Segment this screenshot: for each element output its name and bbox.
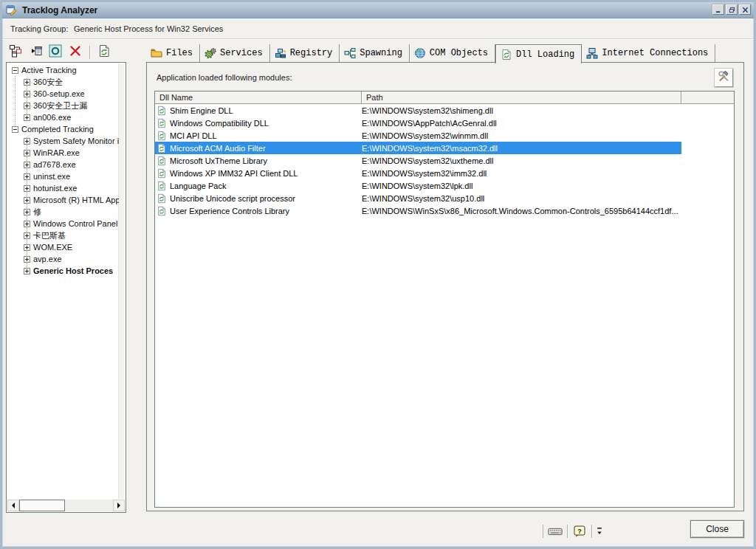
- window-title: Tracklog Analyzer: [22, 5, 97, 15]
- add-tracking-button[interactable]: [27, 44, 44, 61]
- tracking-group-value: Generic Host Process for Win32 Services: [74, 24, 223, 33]
- tree-node-winrar-exe[interactable]: WinRAR.exe: [7, 147, 119, 159]
- tree-vertical-scrollbar[interactable]: [118, 63, 125, 499]
- tree-node-360-setup-exe[interactable]: 360-setup.exe: [7, 88, 119, 100]
- delete-tracking-button[interactable]: [67, 44, 83, 61]
- keyboard-button[interactable]: [546, 523, 564, 539]
- refresh-button[interactable]: [96, 44, 112, 61]
- tab-dll-loading[interactable]: Dll Loading: [495, 44, 582, 63]
- expand-icon[interactable]: [24, 114, 30, 121]
- expand-icon[interactable]: [24, 256, 30, 263]
- tree-node-label: uninst.exe: [33, 172, 70, 181]
- tree-node-label: System Safety Monitor in: [33, 137, 119, 145]
- tree-node-uninst-exe[interactable]: uninst.exe: [7, 170, 119, 182]
- expand-icon[interactable]: [24, 103, 30, 109]
- column-header-empty[interactable]: [681, 92, 734, 103]
- spawning-icon: [344, 47, 356, 59]
- scrollbar-track[interactable]: [65, 500, 113, 511]
- dll-row-user-experience-controls-library[interactable]: User Experience Controls LibraryE:\WINDO…: [155, 204, 734, 217]
- dll-file-icon: [157, 131, 167, 141]
- dll-row-language-pack[interactable]: Language PackE:\WINDOWS\system32\lpk.dll: [155, 179, 734, 192]
- tab-strip: FilesServicesRegistrySpawningCOM Objects…: [146, 44, 715, 62]
- tree-node-wom-exe[interactable]: WOM.EXE: [7, 241, 119, 253]
- expand-icon[interactable]: [24, 268, 30, 274]
- tree-node-label: hotunist.exe: [33, 184, 77, 193]
- dll-row-cells: Microsoft ACM Audio FilterE:\WINDOWS\sys…: [155, 142, 681, 154]
- scroll-left-button[interactable]: [7, 500, 19, 511]
- more-options-button[interactable]: [595, 523, 604, 539]
- dll-file-icon: [157, 156, 167, 166]
- minimize-button[interactable]: [712, 4, 724, 15]
- tree-node-修[interactable]: 修: [7, 206, 119, 218]
- tree-node-system-safety-monitor-in[interactable]: System Safety Monitor in: [7, 135, 119, 147]
- dll-row-uniscribe-unicode-script-processor[interactable]: Uniscribe Unicode script processorE:\WIN…: [155, 192, 734, 204]
- tab-internet-connections[interactable]: Internet Connections: [582, 44, 715, 62]
- stop-tracking-button[interactable]: [47, 44, 63, 61]
- tree-node-hotunist-exe[interactable]: hotunist.exe: [7, 182, 119, 194]
- tree-node-generic-host-proces[interactable]: Generic Host Proces: [7, 265, 119, 277]
- dll-file-icon: [157, 193, 167, 204]
- tab-label: Spawning: [360, 48, 402, 58]
- expand-icon[interactable]: [24, 173, 30, 180]
- tab-com-objects[interactable]: COM Objects: [410, 44, 495, 62]
- tree-node-an006-exe[interactable]: an006.exe: [7, 111, 119, 123]
- expand-icon[interactable]: [24, 79, 30, 86]
- show-tree-button[interactable]: [7, 44, 24, 61]
- help-button[interactable]: ?: [571, 523, 588, 539]
- tree-node-microsoft-r-html-app[interactable]: Microsoft (R) HTML App: [7, 194, 119, 206]
- tree-node-360安全卫士漏[interactable]: 360安全卫士漏: [7, 100, 119, 111]
- dll-name-text: Windows XP IMM32 API Client DLL: [170, 169, 298, 178]
- collapse-icon[interactable]: [12, 126, 18, 133]
- expand-icon[interactable]: [24, 244, 30, 251]
- tree-node-avp-exe[interactable]: avp.exe: [7, 253, 119, 265]
- footer-separator: [567, 525, 568, 538]
- close-button[interactable]: [739, 4, 751, 15]
- tree-node-label: 修: [33, 207, 41, 218]
- tab-spawning[interactable]: Spawning: [340, 44, 410, 62]
- collapse-icon[interactable]: [12, 67, 18, 74]
- expand-icon[interactable]: [24, 185, 30, 192]
- tab-label: Dll Loading: [516, 49, 574, 60]
- tree-node-active-tracking[interactable]: Active Tracking: [7, 64, 119, 76]
- tab-files[interactable]: Files: [146, 44, 200, 62]
- dll-row-microsoft-uxtheme-library[interactable]: Microsoft UxTheme LibraryE:\WINDOWS\syst…: [155, 154, 734, 167]
- dll-path-cell: E:\WINDOWS\system32\lpk.dll: [362, 179, 681, 192]
- close-button[interactable]: Close: [690, 520, 744, 538]
- tab-label: COM Objects: [430, 48, 488, 58]
- dll-row-windows-xp-imm32-api-client-dll[interactable]: Windows XP IMM32 API Client DLLE:\WINDOW…: [155, 167, 734, 179]
- restore-button[interactable]: [726, 4, 738, 15]
- scrollbar-thumb[interactable]: [19, 500, 65, 511]
- expand-icon[interactable]: [24, 138, 30, 145]
- expand-icon[interactable]: [24, 209, 30, 215]
- dll-row-mci-api-dll[interactable]: MCI API DLLE:\WINDOWS\system32\winmm.dll: [155, 129, 734, 142]
- tree-node-ad7678-exe[interactable]: ad7678.exe: [7, 159, 119, 170]
- expand-icon[interactable]: [24, 162, 30, 168]
- tree-node-windows-control-panel[interactable]: Windows Control Panel: [7, 218, 119, 229]
- folder-icon: [151, 47, 162, 59]
- scroll-right-button[interactable]: [113, 500, 125, 511]
- expand-icon[interactable]: [24, 150, 30, 156]
- expand-icon[interactable]: [24, 91, 30, 97]
- header-divider: [2, 38, 754, 40]
- tab-services[interactable]: Services: [200, 44, 270, 62]
- expand-icon[interactable]: [24, 232, 30, 239]
- tree-node-360安全[interactable]: 360安全: [7, 76, 119, 88]
- tab-registry[interactable]: Registry: [270, 44, 340, 62]
- tab-label: Files: [166, 48, 193, 58]
- expand-icon[interactable]: [24, 197, 30, 204]
- expand-icon[interactable]: [24, 221, 30, 227]
- column-header-path[interactable]: Path: [362, 92, 681, 103]
- dll-row-microsoft-acm-audio-filter[interactable]: Microsoft ACM Audio FilterE:\WINDOWS\sys…: [155, 142, 734, 154]
- tree-node-completed-tracking[interactable]: Completed Tracking: [7, 123, 119, 135]
- analyze-tools-button[interactable]: [715, 69, 733, 87]
- dll-row-windows-compatibility-dll[interactable]: Windows Compatibility DLLE:\WINDOWS\AppP…: [155, 117, 734, 129]
- dll-row-shim-engine-dll[interactable]: Shim Engine DLLE:\WINDOWS\system32\shime…: [155, 104, 734, 117]
- tree-node-卡巴斯基[interactable]: 卡巴斯基: [7, 229, 119, 241]
- dll-file-icon: [157, 206, 167, 216]
- tree-node-label: WOM.EXE: [33, 243, 72, 252]
- column-header-dll-name[interactable]: Dll Name: [155, 92, 362, 103]
- help-icon: ?: [572, 525, 587, 538]
- dll-path-cell: E:\WINDOWS\system32\msacm32.dll: [362, 142, 681, 154]
- dll-path-cell: E:\WINDOWS\system32\imm32.dll: [362, 167, 681, 179]
- left-toolbar: [7, 43, 112, 62]
